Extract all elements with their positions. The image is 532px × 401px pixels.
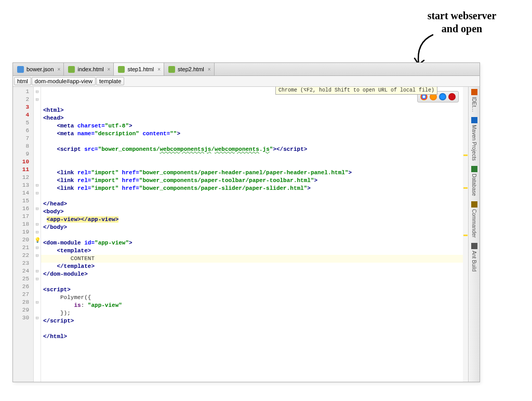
fold-toggle-icon[interactable] — [34, 314, 41, 322]
close-icon[interactable]: × — [108, 67, 111, 72]
code-line[interactable]: </dom-module> — [41, 270, 480, 278]
warning-marker[interactable] — [463, 235, 468, 236]
code-editor[interactable]: Chrome (⌥F2, hold Shift to open URL of l… — [41, 87, 480, 382]
tab-label: step2.html — [178, 66, 204, 72]
line-number[interactable]: 26 — [13, 283, 33, 291]
code-line[interactable]: CONTENT — [41, 255, 480, 263]
line-number[interactable]: 10 — [13, 158, 33, 166]
code-line[interactable]: }); — [41, 309, 480, 317]
line-number[interactable]: 19 — [13, 228, 33, 236]
code-line[interactable]: <head> — [41, 114, 480, 122]
line-number[interactable]: 29 — [13, 306, 33, 314]
opera-icon[interactable] — [448, 93, 456, 100]
code-line[interactable]: <dom-module id="app-view"> — [41, 239, 480, 247]
safari-icon[interactable] — [439, 93, 446, 100]
intention-bulb-icon[interactable] — [34, 236, 41, 244]
line-number[interactable]: 2 — [13, 96, 33, 104]
editor-tab-step2-html[interactable]: step2.html× — [164, 63, 215, 75]
tool-window-button[interactable]: Maven Projects — [471, 117, 477, 161]
fold-toggle-icon[interactable] — [34, 205, 41, 213]
code-line[interactable]: <link rel="import" href="bower_component… — [41, 177, 480, 185]
code-line[interactable] — [41, 325, 480, 333]
code-line[interactable]: <meta charset="utf-8"> — [41, 122, 480, 130]
line-number[interactable]: 15 — [13, 197, 33, 205]
line-number[interactable]: 13 — [13, 182, 33, 189]
code-line[interactable]: <meta name="description" content=""> — [41, 130, 480, 138]
line-number[interactable]: 25 — [13, 275, 33, 283]
editor-tab-bower-json[interactable]: bower.json× — [13, 63, 64, 75]
editor-tab-index-html[interactable]: index.html× — [64, 63, 114, 75]
line-number[interactable]: 16 — [13, 205, 33, 213]
fold-toggle-icon[interactable] — [34, 189, 41, 197]
code-line[interactable]: </body> — [41, 224, 480, 231]
code-line[interactable]: <link rel="import" href="bower_component… — [41, 185, 480, 192]
line-number[interactable]: 7 — [13, 135, 33, 143]
error-marker-strip[interactable] — [463, 87, 468, 382]
fold-toggle-icon[interactable] — [34, 182, 41, 189]
fold-toggle-icon[interactable] — [34, 221, 41, 228]
code-line[interactable]: </html> — [41, 333, 480, 341]
fold-toggle-icon[interactable] — [34, 96, 41, 104]
line-number[interactable]: 14 — [13, 189, 33, 197]
close-icon[interactable]: × — [58, 67, 61, 72]
breadcrumb-segment[interactable]: html — [14, 77, 31, 85]
code-line[interactable]: </script> — [41, 317, 480, 325]
line-number[interactable]: 1 — [13, 88, 33, 96]
tool-window-button[interactable]: IDEt… — [471, 89, 477, 112]
code-line[interactable]: <template> — [41, 247, 480, 255]
line-number[interactable]: 22 — [13, 252, 33, 260]
code-line[interactable]: <script src="bower_components/webcompone… — [41, 146, 480, 153]
code-line[interactable] — [41, 192, 480, 200]
line-number[interactable]: 4 — [13, 111, 33, 119]
code-line[interactable] — [41, 231, 480, 239]
line-number[interactable]: 6 — [13, 127, 33, 135]
line-number[interactable]: 17 — [13, 213, 33, 221]
breadcrumb-segment[interactable]: dom-module#app-view — [32, 77, 96, 85]
breadcrumb-segment[interactable]: template — [96, 77, 124, 85]
line-number[interactable]: 24 — [13, 267, 33, 275]
close-icon[interactable]: × — [157, 67, 161, 72]
line-number[interactable]: 11 — [13, 166, 33, 174]
code-line[interactable]: Polymer({ — [41, 294, 480, 302]
fold-toggle-icon[interactable] — [34, 267, 41, 275]
line-number[interactable]: 18 — [13, 221, 33, 228]
line-number[interactable]: 3 — [13, 104, 33, 111]
breadcrumb: htmldom-module#app-viewtemplate — [13, 76, 480, 87]
line-number[interactable]: 8 — [13, 143, 33, 150]
code-line[interactable]: </template> — [41, 263, 480, 270]
code-line[interactable]: <link rel="import" href="bower_component… — [41, 169, 480, 177]
code-line[interactable]: </head> — [41, 200, 480, 208]
line-number[interactable]: 21 — [13, 244, 33, 252]
line-number[interactable]: 5 — [13, 119, 33, 127]
warning-marker[interactable] — [463, 187, 468, 189]
tool-window-button[interactable]: Database — [471, 166, 477, 196]
tool-window-button[interactable]: Ant Build — [471, 243, 477, 271]
code-line[interactable]: <app-view></app-view> — [41, 216, 480, 224]
code-line[interactable] — [41, 278, 480, 286]
line-number[interactable]: 20 — [13, 236, 33, 244]
close-icon[interactable]: × — [208, 67, 211, 72]
tool-window-button[interactable]: Commander — [471, 201, 477, 238]
fold-toggle-icon[interactable] — [34, 228, 41, 236]
line-number[interactable]: 9 — [13, 150, 33, 158]
code-line[interactable] — [41, 138, 480, 146]
line-number[interactable]: 28 — [13, 299, 33, 306]
editor-tab-step1-html[interactable]: step1.html× — [114, 63, 164, 75]
fold-toggle-icon[interactable] — [34, 88, 41, 96]
line-number[interactable]: 30 — [13, 314, 33, 322]
code-line[interactable]: <body> — [41, 208, 480, 216]
line-number[interactable]: 12 — [13, 174, 33, 182]
line-gutter: 1234567891011121314151617181920212223242… — [13, 87, 34, 382]
code-line[interactable]: <html> — [41, 107, 480, 114]
warning-marker[interactable] — [463, 154, 468, 156]
code-line[interactable]: <script> — [41, 286, 480, 294]
line-number[interactable]: 23 — [13, 260, 33, 267]
fold-toggle-icon[interactable] — [34, 299, 41, 306]
code-line[interactable] — [41, 153, 480, 161]
code-line[interactable]: is: "app-view" — [41, 302, 480, 309]
fold-toggle-icon[interactable] — [34, 244, 41, 252]
code-line[interactable] — [41, 161, 480, 169]
fold-toggle-icon[interactable] — [34, 275, 41, 283]
line-number[interactable]: 27 — [13, 291, 33, 299]
fold-toggle-icon[interactable] — [34, 252, 41, 260]
